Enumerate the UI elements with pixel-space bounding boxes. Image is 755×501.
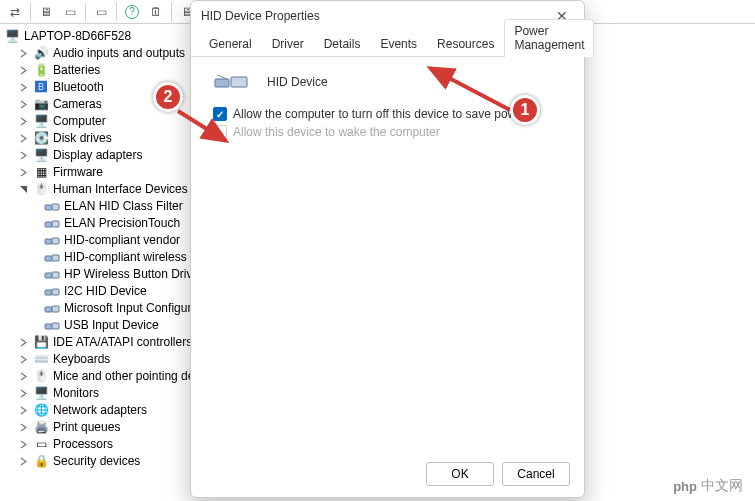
tree-label: Firmware xyxy=(53,164,103,181)
svg-rect-15 xyxy=(52,323,59,329)
category-icon: 🖥️ xyxy=(33,114,49,130)
category-icon: 🔊 xyxy=(33,46,49,62)
svg-rect-5 xyxy=(52,238,59,244)
hid-device-icon xyxy=(213,71,249,93)
annotation-badge-2: 2 xyxy=(153,82,183,112)
ok-button[interactable]: OK xyxy=(426,462,494,486)
category-icon: 🖨️ xyxy=(33,420,49,436)
annotation-badge-1: 1 xyxy=(510,95,540,125)
tree-label: Network adapters xyxy=(53,402,147,419)
hid-device-icon xyxy=(44,199,60,215)
category-icon: 🔋 xyxy=(33,63,49,79)
chevron-right-icon[interactable] xyxy=(18,405,29,416)
toolbar-help-btn[interactable]: ? xyxy=(121,2,143,22)
chevron-right-icon[interactable] xyxy=(18,456,29,467)
device-name: HID Device xyxy=(267,75,328,89)
tree-label: HID-compliant vendor xyxy=(64,232,180,249)
chevron-right-icon[interactable] xyxy=(18,371,29,382)
svg-rect-0 xyxy=(45,205,52,210)
category-icon: 🖱️ xyxy=(33,182,49,198)
checkbox-wake-computer: Allow this device to wake the computer xyxy=(213,125,570,139)
tree-label: Processors xyxy=(53,436,113,453)
tree-label: I2C HID Device xyxy=(64,283,147,300)
toolbar-btn[interactable]: 🖥 xyxy=(35,2,57,22)
chevron-right-icon[interactable] xyxy=(18,150,29,161)
svg-rect-7 xyxy=(52,255,59,261)
checkbox-icon xyxy=(213,125,227,139)
tab-general[interactable]: General xyxy=(199,32,262,56)
hid-device-icon xyxy=(44,301,60,317)
chevron-right-icon[interactable] xyxy=(18,439,29,450)
category-icon: 📷 xyxy=(33,97,49,113)
svg-rect-2 xyxy=(45,222,52,227)
svg-rect-6 xyxy=(45,256,52,261)
tree-label: Batteries xyxy=(53,62,100,79)
category-icon: 💾 xyxy=(33,335,49,351)
properties-dialog: HID Device Properties ✕ GeneralDriverDet… xyxy=(190,0,585,498)
toolbar-btn[interactable]: ⇄ xyxy=(4,2,26,22)
tree-label: USB Input Device xyxy=(64,317,159,334)
tree-label: Keyboards xyxy=(53,351,110,368)
hid-device-icon xyxy=(44,318,60,334)
chevron-right-icon[interactable] xyxy=(18,48,29,59)
tab-driver[interactable]: Driver xyxy=(262,32,314,56)
tree-label: Computer xyxy=(53,113,106,130)
tree-label: IDE ATA/ATAPI controllers xyxy=(53,334,192,351)
tab-events[interactable]: Events xyxy=(370,32,427,56)
tree-label: Cameras xyxy=(53,96,102,113)
tree-label: Monitors xyxy=(53,385,99,402)
category-icon: 🌐 xyxy=(33,403,49,419)
separator xyxy=(171,3,172,21)
category-icon: 🅱 xyxy=(33,80,49,96)
dialog-title: HID Device Properties xyxy=(201,9,550,23)
watermark-brand: php xyxy=(673,479,697,494)
svg-rect-9 xyxy=(52,272,59,278)
separator xyxy=(116,3,117,21)
category-icon: 🖥️ xyxy=(33,148,49,164)
svg-rect-1 xyxy=(52,204,59,210)
chevron-right-icon[interactable] xyxy=(18,82,29,93)
chevron-right-icon[interactable] xyxy=(18,65,29,76)
chevron-right-icon[interactable] xyxy=(18,354,29,365)
tree-label: Disk drives xyxy=(53,130,112,147)
chevron-right-icon[interactable] xyxy=(18,116,29,127)
svg-rect-8 xyxy=(45,273,52,278)
tree-label: HP Wireless Button Driver xyxy=(64,266,203,283)
category-icon: ⌨️ xyxy=(33,352,49,368)
svg-rect-17 xyxy=(231,77,247,87)
separator xyxy=(85,3,86,21)
chevron-right-icon[interactable] xyxy=(18,388,29,399)
chevron-right-icon[interactable] xyxy=(18,167,29,178)
category-icon: 💽 xyxy=(33,131,49,147)
svg-rect-14 xyxy=(45,324,52,329)
dialog-button-row: OK Cancel xyxy=(191,451,584,497)
chevron-right-icon[interactable] xyxy=(18,422,29,433)
svg-rect-13 xyxy=(52,306,59,312)
chevron-right-icon[interactable] xyxy=(18,99,29,110)
tree-label: Security devices xyxy=(53,453,140,470)
tab-details[interactable]: Details xyxy=(314,32,371,56)
toolbar-btn[interactable]: ▭ xyxy=(90,2,112,22)
computer-icon: 🖥️ xyxy=(4,29,20,45)
hid-device-icon xyxy=(44,216,60,232)
toolbar-btn[interactable]: 🗓 xyxy=(145,2,167,22)
cancel-button[interactable]: Cancel xyxy=(502,462,570,486)
hid-device-icon xyxy=(44,233,60,249)
chevron-down-icon[interactable] xyxy=(18,184,29,195)
hid-device-icon xyxy=(44,267,60,283)
toolbar-btn[interactable]: ▭ xyxy=(59,2,81,22)
chevron-right-icon[interactable] xyxy=(18,337,29,348)
category-icon: 🔒 xyxy=(33,454,49,470)
tab-power-management[interactable]: Power Management xyxy=(504,19,594,57)
hid-device-icon xyxy=(44,284,60,300)
tree-label: Display adapters xyxy=(53,147,142,164)
tree-label: Audio inputs and outputs xyxy=(53,45,185,62)
tree-label: Print queues xyxy=(53,419,120,436)
tab-strip: GeneralDriverDetailsEventsResourcesPower… xyxy=(191,31,584,57)
watermark: php 中文网 xyxy=(673,477,743,495)
chevron-right-icon[interactable] xyxy=(18,133,29,144)
checkbox-icon: ✓ xyxy=(213,107,227,121)
tab-resources[interactable]: Resources xyxy=(427,32,504,56)
watermark-text: 中文网 xyxy=(701,477,743,495)
category-icon: ▭ xyxy=(33,437,49,453)
